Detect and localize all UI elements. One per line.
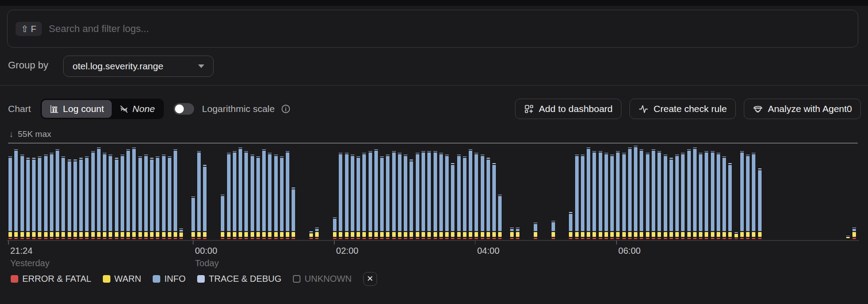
chart-bar[interactable] (97, 147, 101, 240)
chart-bar[interactable] (138, 156, 142, 240)
chart-bar[interactable] (256, 156, 260, 240)
chart-bar[interactable] (61, 156, 65, 240)
chart-bar[interactable] (309, 230, 313, 240)
chart-bar[interactable] (380, 156, 384, 240)
action-button-add-to-dashboard[interactable]: Add to dashboard (515, 99, 622, 119)
chart-bar[interactable] (728, 163, 732, 240)
chart-bar[interactable] (44, 154, 48, 240)
chart-bar[interactable] (580, 154, 585, 240)
chart-bar[interactable] (568, 212, 573, 240)
chart-bar[interactable] (173, 149, 178, 240)
chart-bar[interactable] (132, 147, 136, 240)
chart-bar[interactable] (362, 152, 366, 240)
chart-bar[interactable] (150, 157, 154, 240)
chart-bar[interactable] (751, 152, 756, 240)
chart-bar[interactable] (79, 157, 83, 240)
chart-bar[interactable] (651, 149, 656, 240)
chart-bar[interactable] (291, 187, 296, 240)
chart-bar[interactable] (693, 147, 697, 240)
chart-bar[interactable] (85, 156, 89, 240)
legend-item-trace-debug[interactable]: TRACE & DEBUG (197, 274, 281, 284)
chart-bar[interactable] (515, 227, 520, 240)
chart-bar[interactable] (315, 227, 319, 240)
chart-bar[interactable] (551, 220, 556, 240)
chart-bar[interactable] (102, 152, 107, 240)
chart-bar[interactable] (374, 149, 378, 240)
chart-bar[interactable] (238, 147, 243, 240)
chart-bar[interactable] (244, 151, 248, 240)
chart-bar[interactable] (338, 152, 343, 240)
chart-bar[interactable] (280, 156, 284, 240)
chart-bar[interactable] (722, 156, 726, 240)
chart-bar[interactable] (368, 151, 373, 240)
chart-bar[interactable] (274, 154, 278, 240)
chart-bar[interactable] (415, 152, 420, 240)
chart-bar[interactable] (716, 152, 721, 240)
chart-bar[interactable] (191, 196, 195, 240)
action-button-analyze-with-agent0[interactable]: Analyze with Agent0 (744, 99, 861, 119)
chart-bar[interactable] (14, 149, 18, 240)
chart-bar[interactable] (8, 156, 12, 240)
legend-item-warn[interactable]: WARN (103, 274, 141, 284)
chart-bar[interactable] (203, 164, 207, 240)
chart-bar[interactable] (333, 217, 337, 240)
chart-bar[interactable] (681, 152, 685, 240)
chart-bar[interactable] (155, 156, 160, 240)
chart-bar[interactable] (657, 151, 661, 240)
chart-bar[interactable] (350, 154, 355, 240)
chart-bar[interactable] (510, 227, 514, 240)
chart-bar[interactable] (734, 231, 738, 240)
logarithmic-scale-toggle[interactable] (174, 103, 194, 115)
legend-close-button[interactable]: ✕ (363, 272, 377, 286)
chart-bar[interactable] (232, 151, 237, 240)
chart-bar[interactable] (144, 154, 148, 240)
legend-item-error-fatal[interactable]: ERROR & FATAL (11, 274, 91, 284)
chart-bar[interactable] (445, 154, 449, 240)
chart-bar[interactable] (439, 152, 443, 240)
chart-bar[interactable] (26, 157, 30, 240)
chart-bar[interactable] (639, 149, 644, 240)
legend-item-info[interactable]: INFO (153, 274, 186, 284)
chart-bar[interactable] (385, 154, 390, 240)
chart-bar[interactable] (250, 154, 255, 240)
chart-bar[interactable] (220, 194, 225, 240)
log-count-chart[interactable] (8, 144, 858, 240)
chart-bar[interactable] (179, 228, 183, 240)
chart-bar[interactable] (356, 156, 361, 240)
chart-bar[interactable] (20, 154, 24, 240)
chart-bar[interactable] (746, 154, 750, 240)
chart-bar[interactable] (575, 154, 579, 240)
chart-bar[interactable] (852, 227, 856, 240)
chart-bar[interactable] (604, 152, 608, 240)
chart-bar[interactable] (468, 149, 473, 240)
chart-bar[interactable] (126, 149, 130, 240)
chart-bar[interactable] (285, 151, 290, 240)
chart-bar[interactable] (486, 157, 491, 240)
chart-bar[interactable] (162, 154, 166, 240)
chart-bar[interactable] (462, 156, 467, 240)
chart-bar[interactable] (73, 159, 77, 240)
chart-bar[interactable] (427, 151, 431, 240)
chart-bar[interactable] (409, 159, 414, 240)
group-by-select[interactable]: otel.log.severity.range (63, 56, 214, 77)
chart-bar[interactable] (586, 147, 591, 240)
chart-bar[interactable] (197, 151, 201, 240)
chart-bar[interactable] (91, 151, 95, 240)
chart-bar[interactable] (628, 147, 632, 240)
info-icon[interactable] (281, 104, 291, 114)
chart-bar[interactable] (345, 152, 349, 240)
chart-bar[interactable] (227, 152, 231, 240)
chart-bar[interactable] (698, 152, 703, 240)
chart-bar[interactable] (645, 152, 650, 240)
chart-bar[interactable] (610, 154, 614, 240)
chart-bar[interactable] (474, 152, 479, 240)
chart-bar[interactable] (663, 154, 668, 240)
chart-bar[interactable] (268, 152, 272, 240)
chart-bar[interactable] (616, 151, 620, 240)
legend-item-unknown[interactable]: UNKNOWN (293, 274, 352, 284)
chart-bar[interactable] (669, 157, 673, 240)
chart-bar[interactable] (846, 234, 850, 240)
chart-bar[interactable] (740, 151, 744, 240)
chart-bar[interactable] (498, 194, 502, 240)
chart-bar[interactable] (687, 149, 691, 240)
